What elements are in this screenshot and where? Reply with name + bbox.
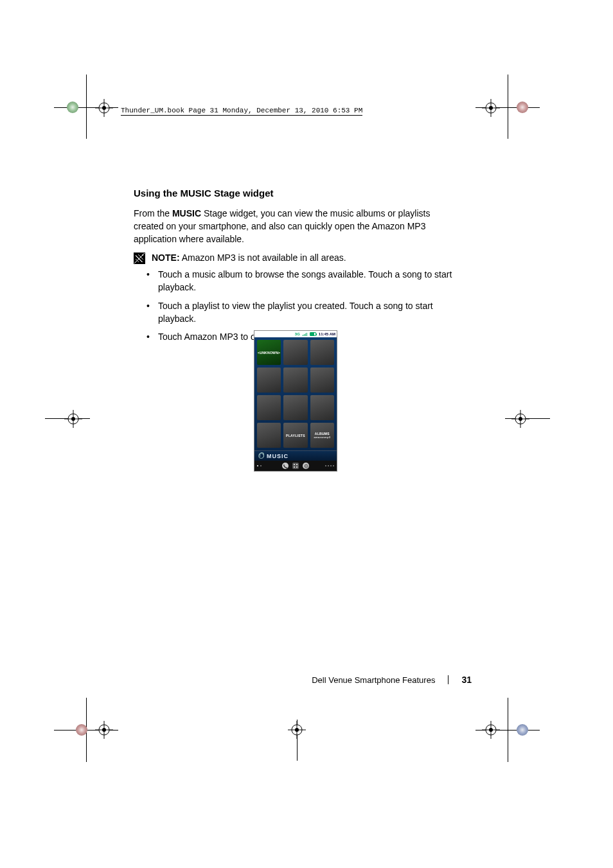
registration-dot — [67, 102, 78, 113]
album-tile — [257, 423, 281, 448]
svg-point-27 — [295, 728, 299, 732]
page-dot — [260, 465, 262, 466]
albums-tile: ALBUMS amazonmp3 — [310, 423, 334, 448]
phone-figure: 3G 11:45 AM <UNKNOWN> PLAYLISTS ALBUMS a… — [254, 330, 337, 472]
music-header-bar: MUSIC — [254, 450, 337, 461]
album-tile — [310, 340, 334, 365]
album-tile — [257, 368, 281, 393]
page-dot — [330, 465, 332, 466]
registration-dot — [76, 724, 87, 736]
intro-paragraph: From the MUSIC Stage widget, you can vie… — [134, 207, 461, 246]
svg-point-23 — [489, 728, 493, 732]
crop-line — [86, 75, 87, 139]
page-dot — [257, 465, 258, 466]
svg-point-7 — [489, 106, 493, 110]
crop-line — [508, 75, 508, 139]
network-icon: 3G — [295, 332, 300, 336]
amazon-label: amazonmp3 — [314, 436, 330, 439]
note-text: NOTE: Amazon MP3 is not available in all… — [152, 251, 346, 264]
playlists-tile: PLAYLISTS — [283, 423, 307, 448]
crosshair-icon — [95, 99, 113, 117]
music-header-label: MUSIC — [267, 453, 289, 459]
app-grid-icon — [292, 463, 299, 469]
album-tile — [283, 395, 307, 420]
page-dot — [333, 465, 334, 466]
footer-section: Dell Venue Smartphone Features — [312, 675, 435, 685]
phone-dock — [254, 461, 337, 471]
album-tile — [310, 395, 334, 420]
dialer-icon — [282, 463, 289, 469]
crosshair-icon — [482, 721, 500, 739]
headphones-icon — [258, 453, 264, 459]
svg-point-11 — [71, 417, 75, 421]
crosshair-icon — [64, 410, 82, 428]
page-dot — [328, 465, 329, 466]
registration-dot — [517, 102, 528, 113]
svg-point-19 — [102, 728, 106, 732]
note-label: NOTE: — [152, 252, 180, 263]
crosshair-icon — [482, 99, 500, 117]
status-time: 11:45 AM — [319, 332, 335, 336]
album-tile: <UNKNOWN> — [257, 340, 281, 365]
svg-point-15 — [519, 417, 522, 421]
section-heading: Using the MUSIC Stage widget — [134, 186, 461, 200]
page-footer: Dell Venue Smartphone Features 31 — [134, 675, 472, 685]
note-callout: NOTE: Amazon MP3 is not available in all… — [134, 251, 461, 264]
svg-point-3 — [102, 106, 106, 110]
browser-icon — [303, 463, 309, 469]
phone-statusbar: 3G 11:45 AM — [254, 331, 337, 337]
note-body: Amazon MP3 is not available in all areas… — [180, 252, 346, 263]
note-icon — [134, 252, 145, 264]
running-header: Thunder_UM.book Page 31 Monday, December… — [121, 107, 362, 116]
album-tile — [283, 340, 307, 365]
crosshair-icon — [511, 410, 529, 428]
intro-bold: MUSIC — [172, 208, 201, 218]
page-number: 31 — [461, 675, 472, 685]
intro-pre: From the — [134, 208, 172, 218]
document-body: Using the MUSIC Stage widget From the MU… — [134, 186, 461, 348]
music-grid: <UNKNOWN> PLAYLISTS ALBUMS amazonmp3 — [254, 337, 337, 450]
album-tile — [257, 395, 281, 420]
crosshair-icon — [288, 721, 306, 739]
list-item: Touch a music album to browse the songs … — [147, 268, 461, 294]
battery-icon — [310, 332, 316, 336]
album-tile — [283, 368, 307, 393]
crosshair-icon — [95, 721, 113, 739]
footer-divider — [448, 675, 449, 684]
list-item: Touch a playlist to view the playlist yo… — [147, 299, 461, 326]
page-dot — [325, 465, 326, 466]
album-tile — [310, 368, 334, 393]
signal-icon — [303, 332, 307, 336]
registration-dot — [517, 724, 528, 736]
